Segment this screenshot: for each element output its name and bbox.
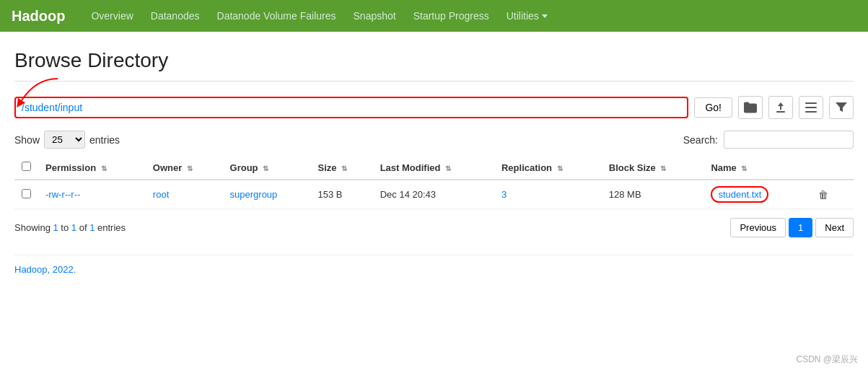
showing-from: 1	[53, 222, 58, 233]
row-last-modified: Dec 14 20:43	[373, 180, 494, 209]
row-owner: root	[146, 180, 223, 209]
row-block-size: 128 MB	[602, 180, 704, 209]
filter-icon-btn[interactable]	[829, 96, 854, 119]
row-checkbox-cell	[14, 180, 38, 209]
entries-select[interactable]: 10 25 50 100	[44, 131, 85, 149]
col-actions	[807, 156, 854, 180]
nav-overview[interactable]: Overview	[82, 0, 141, 32]
search-row: Search:	[683, 131, 854, 149]
nav-snapshot[interactable]: Snapshot	[345, 0, 405, 32]
table-row: -rw-r--r-- root supergroup 153 B Dec 14 …	[14, 180, 854, 209]
svg-rect-4	[805, 111, 817, 113]
showing-text: Showing 1 to 1 of 1 entries	[14, 222, 126, 233]
folder-icon	[744, 102, 757, 113]
previous-button[interactable]: Previous	[730, 218, 786, 237]
col-permission[interactable]: Permission ⇅	[38, 156, 146, 180]
svg-rect-2	[805, 102, 817, 104]
col-last-modified[interactable]: Last Modified ⇅	[373, 156, 494, 180]
bottom-row: Showing 1 to 1 of 1 entries Previous 1 N…	[14, 218, 854, 237]
go-button[interactable]: Go!	[694, 97, 732, 118]
list-icon	[805, 102, 817, 113]
search-input[interactable]	[724, 131, 854, 149]
path-row: /student/input Go!	[14, 96, 854, 119]
folder-icon-btn[interactable]	[738, 96, 763, 119]
showing-to-label: to	[61, 222, 71, 233]
utilities-caret-icon	[542, 14, 548, 18]
page-title: Browse Directory	[14, 49, 854, 82]
navbar: Hadoop Overview Datanodes Datanode Volum…	[0, 0, 868, 32]
path-input[interactable]: /student/input	[14, 97, 688, 118]
col-size[interactable]: Size ⇅	[311, 156, 373, 180]
nav-datanode-volume-failures[interactable]: Datanode Volume Failures	[209, 0, 345, 32]
select-all-checkbox[interactable]	[22, 162, 31, 171]
page-content: Browse Directory /student/input Go!	[0, 32, 868, 292]
row-name: student.txt	[703, 180, 806, 209]
showing-of-label: of	[79, 222, 89, 233]
showing-suffix: entries	[97, 222, 126, 233]
owner-link[interactable]: root	[153, 189, 169, 200]
list-icon-btn[interactable]	[799, 96, 823, 119]
replication-link[interactable]: 3	[501, 189, 507, 200]
group-link[interactable]: supergroup	[230, 189, 278, 200]
page-1-button[interactable]: 1	[789, 218, 812, 237]
col-group[interactable]: Group ⇅	[223, 156, 311, 180]
svg-rect-1	[776, 111, 785, 113]
nav-utilities[interactable]: Utilities	[498, 0, 556, 32]
show-label: Show	[14, 134, 40, 146]
row-checkbox[interactable]	[22, 189, 31, 198]
footer: Hadoop, 2022.	[14, 255, 854, 281]
search-label: Search:	[683, 134, 718, 146]
path-input-wrapper: /student/input	[14, 97, 688, 118]
pagination: Previous 1 Next	[730, 218, 854, 237]
nav-datanodes[interactable]: Datanodes	[142, 0, 209, 32]
permission-link[interactable]: -rw-r--r--	[45, 189, 80, 200]
showing-total: 1	[89, 222, 95, 233]
col-owner[interactable]: Owner ⇅	[146, 156, 223, 180]
col-block-size[interactable]: Block Size ⇅	[602, 156, 704, 180]
showing-to: 1	[71, 222, 76, 233]
filename-link[interactable]: student.txt	[711, 186, 768, 203]
row-permission: -rw-r--r--	[38, 180, 146, 209]
row-replication: 3	[494, 180, 602, 209]
table-body: -rw-r--r-- root supergroup 153 B Dec 14 …	[14, 180, 854, 209]
table-header-row: Permission ⇅ Owner ⇅ Group ⇅ Size ⇅ Last…	[14, 156, 854, 180]
files-table: Permission ⇅ Owner ⇅ Group ⇅ Size ⇅ Last…	[14, 156, 854, 209]
controls-row: Show 10 25 50 100 entries Search:	[14, 131, 854, 149]
next-button[interactable]: Next	[815, 218, 854, 237]
svg-rect-3	[805, 107, 817, 108]
col-replication[interactable]: Replication ⇅	[494, 156, 602, 180]
col-name[interactable]: Name ⇅	[703, 156, 806, 180]
filter-icon	[836, 102, 847, 113]
row-group: supergroup	[223, 180, 311, 209]
select-all-header	[14, 156, 38, 180]
footer-text: Hadoop, 2022.	[14, 264, 76, 275]
nav-startup-progress[interactable]: Startup Progress	[405, 0, 498, 32]
upload-icon-btn[interactable]	[768, 96, 793, 119]
showing-prefix: Showing	[14, 222, 53, 233]
entries-label: entries	[89, 134, 120, 146]
upload-icon	[775, 102, 786, 113]
delete-button[interactable]: 🗑	[814, 188, 833, 202]
row-delete-cell: 🗑	[807, 180, 854, 209]
brand-logo: Hadoop	[12, 8, 65, 25]
show-entries: Show 10 25 50 100 entries	[14, 131, 120, 149]
row-size: 153 B	[311, 180, 373, 209]
